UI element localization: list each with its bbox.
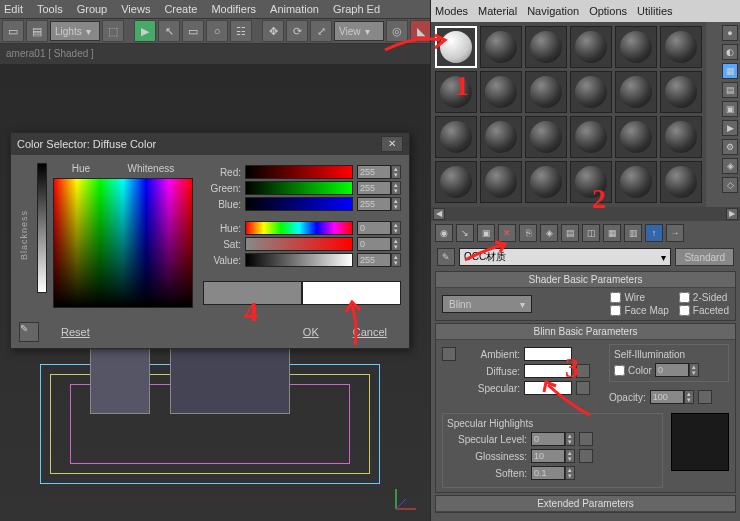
go-forward-icon[interactable]: → (666, 224, 684, 242)
opacity-map-button[interactable] (698, 390, 712, 404)
selfillum-color-checkbox[interactable]: Color 0▴▾ (614, 363, 724, 377)
pick-material-icon[interactable]: ✎ (437, 248, 455, 266)
material-slot-17[interactable] (615, 116, 657, 158)
material-slot-11[interactable] (615, 71, 657, 113)
tool-icon[interactable]: ⬚ (102, 20, 124, 42)
spec-level-map-button[interactable] (579, 432, 593, 446)
slots-hscrollbar[interactable]: ◀ ▶ (431, 207, 740, 221)
selfillum-spinner[interactable]: ▴▾ (689, 363, 699, 377)
put-to-library-icon[interactable]: ▤ (561, 224, 579, 242)
material-slot-22[interactable] (570, 161, 612, 203)
put-to-scene-icon[interactable]: ↘ (456, 224, 474, 242)
blackness-slider[interactable] (37, 163, 47, 293)
sample-uv-icon[interactable]: ▤ (722, 82, 738, 98)
lights-dropdown[interactable]: Lights (50, 21, 100, 41)
me-menu-utilities[interactable]: Utilities (637, 5, 672, 17)
material-slot-12[interactable] (660, 71, 702, 113)
blue-value[interactable]: 255 (357, 197, 391, 211)
menu-create[interactable]: Create (164, 3, 197, 15)
scale-icon[interactable]: ⤢ (310, 20, 332, 42)
material-slot-23[interactable] (615, 161, 657, 203)
me-menu-navigation[interactable]: Navigation (527, 5, 579, 17)
material-slot-16[interactable] (570, 116, 612, 158)
backlight-icon[interactable]: ◐ (722, 44, 738, 60)
menu-views[interactable]: Views (121, 3, 150, 15)
move-icon[interactable]: ✥ (262, 20, 284, 42)
dialog-close-button[interactable]: ✕ (381, 136, 403, 152)
cursor-icon[interactable]: ↖ (158, 20, 180, 42)
green-spinner[interactable]: ▴▾ (391, 181, 401, 195)
hue-whiteness-picker[interactable] (53, 178, 193, 308)
select-by-material-icon[interactable]: ◈ (722, 158, 738, 174)
dialog-titlebar[interactable]: Color Selector: Diffuse Color ✕ (11, 133, 409, 155)
coord-dropdown[interactable]: View (334, 21, 384, 41)
menu-modifiers[interactable]: Modifiers (211, 3, 256, 15)
ok-button[interactable]: OK (289, 324, 333, 340)
blinn-rollout-header[interactable]: Blinn Basic Parameters (436, 324, 735, 340)
material-slot-13[interactable] (435, 116, 477, 158)
material-slot-10[interactable] (570, 71, 612, 113)
selfillum-value[interactable]: 0 (655, 363, 689, 377)
menu-edit[interactable]: Edit (4, 3, 23, 15)
material-name-input[interactable]: OCC材质▾ (459, 248, 671, 266)
blue-spinner[interactable]: ▴▾ (391, 197, 401, 211)
green-slider[interactable] (245, 181, 353, 195)
faceted-checkbox[interactable]: Faceted (679, 305, 729, 316)
material-slot-15[interactable] (525, 116, 567, 158)
gloss-value[interactable]: 10 (531, 449, 565, 463)
rotate-icon[interactable]: ⟳ (286, 20, 308, 42)
menu-graph[interactable]: Graph Ed (333, 3, 380, 15)
sat-value[interactable]: 0 (357, 237, 391, 251)
new-icon[interactable]: ▭ (2, 20, 24, 42)
green-value[interactable]: 255 (357, 181, 391, 195)
scroll-right-icon[interactable]: ▶ (726, 208, 738, 220)
material-slot-21[interactable] (525, 161, 567, 203)
assign-icon[interactable]: ▣ (477, 224, 495, 242)
pivot-icon[interactable]: ◎ (386, 20, 408, 42)
show-end-icon[interactable]: ▥ (624, 224, 642, 242)
material-slot-4[interactable] (570, 26, 612, 68)
shader-type-dropdown[interactable]: Blinn (442, 295, 532, 313)
me-menu-options[interactable]: Options (589, 5, 627, 17)
facemap-checkbox[interactable]: Face Map (610, 305, 668, 316)
select-icon[interactable]: ▶ (134, 20, 156, 42)
specular-swatch[interactable] (524, 381, 572, 395)
material-slot-20[interactable] (480, 161, 522, 203)
value-slider[interactable] (245, 253, 353, 267)
reset-button[interactable]: Reset (47, 324, 104, 340)
material-slot-8[interactable] (480, 71, 522, 113)
opacity-value[interactable]: 100 (650, 390, 684, 404)
show-map-icon[interactable]: ▦ (603, 224, 621, 242)
material-type-button[interactable]: Standard (675, 248, 734, 266)
make-copy-icon[interactable]: ⎘ (519, 224, 537, 242)
options-icon[interactable]: ⚙ (722, 139, 738, 155)
material-map-nav-icon[interactable]: ◇ (722, 177, 738, 193)
spec-level-value[interactable]: 0 (531, 432, 565, 446)
value-spinner[interactable]: ▴▾ (391, 253, 401, 267)
scroll-left-icon[interactable]: ◀ (433, 208, 445, 220)
soften-spinner[interactable]: ▴▾ (565, 466, 575, 480)
me-menu-modes[interactable]: Modes (435, 5, 468, 17)
background-icon[interactable]: ▦ (722, 63, 738, 79)
material-id-icon[interactable]: ◫ (582, 224, 600, 242)
red-value[interactable]: 255 (357, 165, 391, 179)
extended-rollout-header[interactable]: Extended Parameters (436, 496, 735, 512)
gloss-map-button[interactable] (579, 449, 593, 463)
soften-value[interactable]: 0.1 (531, 466, 565, 480)
me-menu-material[interactable]: Material (478, 5, 517, 17)
cancel-button[interactable]: Cancel (339, 324, 401, 340)
open-icon[interactable]: ▤ (26, 20, 48, 42)
material-slot-18[interactable] (660, 116, 702, 158)
sat-slider[interactable] (245, 237, 353, 251)
opacity-spinner[interactable]: ▴▾ (684, 390, 694, 404)
go-parent-icon[interactable]: ↑ (645, 224, 663, 242)
gloss-spinner[interactable]: ▴▾ (565, 449, 575, 463)
shader-rollout-header[interactable]: Shader Basic Parameters (436, 272, 735, 288)
ambient-swatch[interactable] (524, 347, 572, 361)
lasso-icon[interactable]: ○ (206, 20, 228, 42)
sample-type-icon[interactable]: ● (722, 25, 738, 41)
wire-checkbox[interactable]: Wire (610, 292, 668, 303)
make-preview-icon[interactable]: ▶ (722, 120, 738, 136)
eyedropper-icon[interactable]: ✎ (19, 322, 39, 342)
material-slot-3[interactable] (525, 26, 567, 68)
